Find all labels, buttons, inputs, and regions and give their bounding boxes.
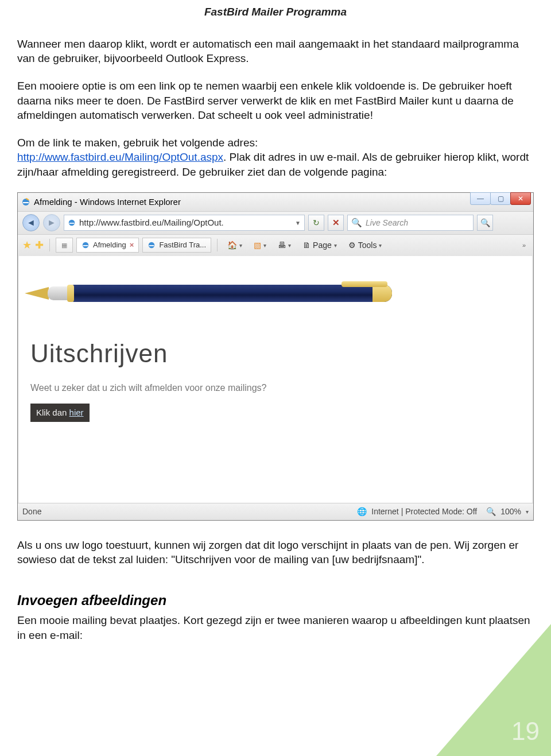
minimize-button[interactable]: —	[470, 192, 491, 205]
back-button[interactable]: ◄	[22, 214, 40, 231]
internet-zone-icon: 🌐	[357, 506, 367, 517]
tab-close-icon[interactable]: ×	[130, 240, 134, 250]
url-dropdown-icon[interactable]: ▼	[295, 219, 301, 227]
add-favorite-icon[interactable]: ✚	[35, 238, 44, 252]
ie-address-bar-row: ◄ ► http://www.fastbird.eu/Mailing/OptOu…	[18, 211, 533, 234]
optout-link[interactable]: http://www.fastbird.eu/Mailing/OptOut.as…	[17, 151, 223, 163]
forward-button[interactable]: ►	[43, 214, 60, 231]
search-placeholder: Live Search	[366, 218, 408, 228]
overflow-chevron-icon[interactable]: »	[519, 239, 529, 251]
paragraph-1: Wanneer men daarop klikt, wordt er autom…	[17, 37, 534, 66]
refresh-button[interactable]: ↻	[308, 215, 324, 231]
page-favicon-icon	[68, 219, 76, 227]
page-menu[interactable]: 🗎Page▾	[298, 238, 341, 253]
chevron-down-icon: ▾	[239, 242, 242, 250]
klik-box: Klik dan hier	[30, 404, 90, 422]
zoom-dropdown-icon[interactable]: ▾	[526, 508, 529, 516]
tab-favicon-icon	[82, 241, 90, 249]
zoom-level: 100%	[500, 506, 521, 517]
rss-icon: ▧	[254, 240, 261, 251]
search-box[interactable]: 🔍 Live Search	[347, 215, 474, 231]
tools-menu-label: Tools	[358, 240, 377, 251]
search-go-button[interactable]: 🔍	[477, 215, 493, 231]
tab-label: Afmelding	[93, 240, 126, 250]
gear-icon: ⚙	[348, 240, 356, 251]
status-done: Done	[22, 506, 41, 517]
page-header: FastBird Mailer Programma	[17, 0, 534, 37]
print-button[interactable]: 🖶▾	[274, 238, 295, 253]
paragraph-2: Een mooiere optie is om een link op te n…	[17, 79, 534, 123]
ie-logo-icon	[21, 197, 30, 207]
feeds-button[interactable]: ▧▾	[250, 238, 270, 253]
separator	[49, 239, 50, 251]
ie-status-bar: Done 🌐 Internet | Protected Mode: Off 🔍 …	[18, 503, 533, 520]
print-icon: 🖶	[278, 240, 286, 251]
quick-tabs-icon: ▦	[61, 241, 67, 250]
tab-fastbird[interactable]: FastBird Tra...	[142, 238, 211, 253]
chevron-down-icon: ▾	[288, 242, 291, 250]
search-icon: 🔍	[351, 217, 362, 228]
paragraph-4: Als u ons uw logo toestuurt, kunnen wij …	[17, 538, 534, 567]
page-menu-label: Page	[313, 240, 332, 251]
url-text: http://www.fastbird.eu/Mailing/OptOut.	[79, 217, 292, 228]
home-button[interactable]: 🏠▾	[223, 238, 246, 253]
content-heading: Uitschrijven	[30, 336, 521, 370]
tab-label: FastBird Tra...	[159, 240, 206, 250]
stop-icon: ✕	[332, 217, 340, 228]
separator	[217, 239, 218, 251]
section-heading-invoegen: Invoegen afbeeldingen	[17, 591, 534, 610]
refresh-icon: ↻	[313, 218, 320, 228]
quick-tabs-button[interactable]: ▦	[56, 238, 73, 253]
address-bar[interactable]: http://www.fastbird.eu/Mailing/OptOut. ▼	[64, 215, 305, 231]
magnify-icon: 🔍	[480, 218, 490, 228]
tab-afmelding[interactable]: Afmelding ×	[76, 238, 139, 253]
maximize-button[interactable]: ▢	[490, 192, 511, 205]
ie-command-bar: ★ ✚ ▦ Afmelding × FastBird Tra... 🏠▾ ▧▾ …	[18, 234, 533, 256]
zoom-icon[interactable]: 🔍	[486, 506, 496, 517]
status-zone: Internet | Protected Mode: Off	[371, 506, 477, 517]
tools-menu[interactable]: ⚙Tools▾	[344, 238, 386, 253]
window-controls: — ▢ ✕	[471, 192, 531, 205]
hier-link[interactable]: hier	[69, 408, 84, 417]
stop-button[interactable]: ✕	[328, 215, 344, 231]
close-button[interactable]: ✕	[510, 192, 531, 205]
page-icon: 🗎	[302, 240, 311, 251]
content-question: Weet u zeker dat u zich wilt afmelden vo…	[30, 382, 521, 394]
ie-titlebar: Afmelding - Windows Internet Explorer — …	[18, 193, 533, 211]
pen-illustration	[30, 278, 449, 308]
chevron-down-icon: ▾	[334, 242, 337, 250]
paragraph-3: Om de link te maken, gebruik het volgend…	[17, 135, 534, 180]
ie-page-content: Uitschrijven Weet u zeker dat u zich wil…	[18, 256, 533, 503]
home-icon: 🏠	[227, 240, 237, 251]
tab-favicon-icon	[148, 241, 156, 249]
ie-window: Afmelding - Windows Internet Explorer — …	[17, 192, 534, 521]
paragraph-3a: Om de link te maken, gebruik het volgend…	[17, 137, 258, 149]
favorites-icon[interactable]: ★	[22, 238, 32, 252]
klik-label: Klik dan	[36, 408, 69, 417]
page-number: 19	[511, 714, 540, 748]
window-title: Afmelding - Windows Internet Explorer	[34, 196, 181, 208]
chevron-down-icon: ▾	[263, 242, 266, 250]
chevron-down-icon: ▾	[379, 242, 382, 250]
